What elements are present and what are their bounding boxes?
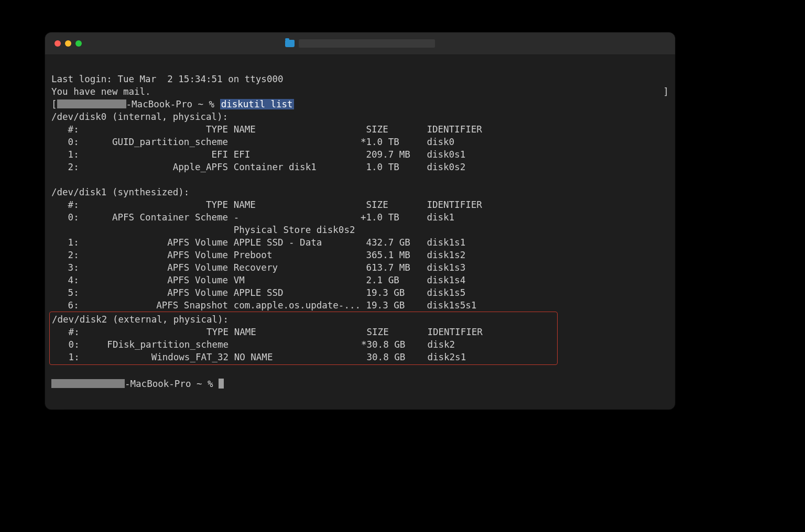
fullscreen-button[interactable]: [75, 40, 82, 47]
disk0-columns: #: TYPE NAME SIZE IDENTIFIER: [51, 124, 482, 135]
disk1-row-1: 1: APFS Volume APPLE SSD - Data 432.7 GB…: [51, 237, 465, 248]
disk2-row-0: 0: FDisk_partition_scheme *30.8 GB disk2: [52, 339, 455, 350]
prompt-bracket: [: [51, 99, 57, 109]
traffic-lights: [45, 40, 82, 47]
prompt-host: -MacBook-Pro ~ %: [126, 99, 220, 109]
prompt-host-2: -MacBook-Pro ~ %: [125, 379, 219, 389]
disk1-row-0b: Physical Store disk0s2: [51, 225, 355, 235]
disk1-columns: #: TYPE NAME SIZE IDENTIFIER: [51, 199, 482, 210]
mail-notice-line: You have new mail.: [51, 86, 151, 97]
command-text: diskutil list: [220, 99, 294, 109]
username-redacted: [57, 99, 126, 108]
minimize-button[interactable]: [65, 40, 71, 47]
disk0-header: /dev/disk0 (internal, physical):: [51, 112, 228, 122]
disk1-row-5: 5: APFS Volume APPLE SSD 19.3 GB disk1s5: [51, 287, 465, 298]
username-redacted-2: [51, 379, 125, 388]
disk2-header: /dev/disk2 (external, physical):: [52, 314, 229, 325]
disk0-row-0: 0: GUID_partition_scheme *1.0 TB disk0: [51, 137, 454, 147]
disk1-row-3: 3: APFS Volume Recovery 613.7 MB disk1s3: [51, 262, 465, 273]
terminal-window: Last login: Tue Mar 2 15:34:51 on ttys00…: [45, 32, 675, 409]
disk2-columns: #: TYPE NAME SIZE IDENTIFIER: [52, 327, 483, 337]
titlebar: [45, 32, 675, 55]
folder-icon: [285, 40, 295, 47]
prompt-right-bracket: ]: [663, 85, 669, 98]
terminal-output[interactable]: Last login: Tue Mar 2 15:34:51 on ttys00…: [45, 55, 675, 409]
disk0-row-1: 1: EFI EFI 209.7 MB disk0s1: [51, 149, 465, 160]
title-redacted: [299, 39, 435, 48]
disk0-row-2: 2: Apple_APFS Container disk1 1.0 TB dis…: [51, 162, 465, 172]
close-button[interactable]: [55, 40, 61, 47]
highlighted-disk2-section: /dev/disk2 (external, physical): #: TYPE…: [49, 312, 558, 365]
disk1-row-2: 2: APFS Volume Preboot 365.1 MB disk1s2: [51, 250, 465, 260]
disk2-row-1: 1: Windows_FAT_32 NO NAME 30.8 GB disk2s…: [52, 352, 466, 362]
titlebar-title: [285, 39, 435, 48]
last-login-line: Last login: Tue Mar 2 15:34:51 on ttys00…: [51, 74, 284, 84]
disk1-row-4: 4: APFS Volume VM 2.1 GB disk1s4: [51, 275, 465, 285]
disk1-row-0: 0: APFS Container Scheme - +1.0 TB disk1: [51, 212, 454, 223]
disk1-header: /dev/disk1 (synthesized):: [51, 187, 189, 197]
cursor: [219, 379, 224, 389]
disk1-row-6: 6: APFS Snapshot com.apple.os.update-...…: [51, 300, 476, 311]
